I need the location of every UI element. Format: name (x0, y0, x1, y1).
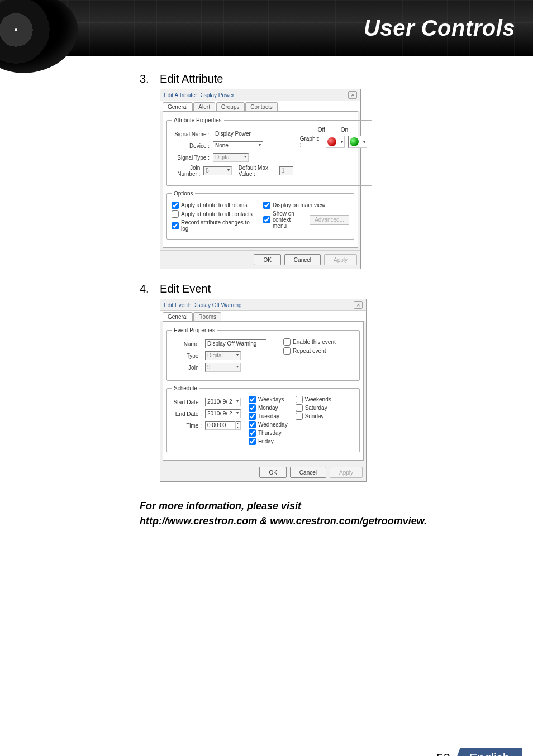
signal-name-input[interactable]: Display Power (213, 130, 263, 138)
name-label: Name : (172, 341, 202, 347)
checkbox[interactable] (249, 404, 256, 412)
chk-weekdays[interactable]: Weekdays (249, 396, 288, 403)
advanced-button[interactable]: Advanced... (310, 215, 349, 225)
opt-all-rooms[interactable]: Apply attribute to all rooms (172, 202, 258, 209)
ok-button[interactable]: OK (254, 254, 280, 265)
ok-button[interactable]: OK (259, 467, 286, 478)
checkbox[interactable] (172, 202, 179, 209)
group-legend: Options (172, 190, 195, 197)
checkbox[interactable] (283, 338, 291, 346)
checkbox[interactable] (296, 413, 303, 420)
start-date-input[interactable]: 2010/ 9/ 2 (205, 398, 241, 406)
graphic-off-select[interactable]: ▾ (326, 136, 345, 148)
footer-note-line2: http://www.crestron.com & www.crestron.c… (140, 514, 511, 529)
green-dot-icon (350, 137, 359, 146)
join-select[interactable]: 9 (205, 363, 241, 372)
chk-friday[interactable]: Friday (249, 438, 288, 445)
graphic-on-select[interactable]: ▾ (348, 136, 367, 148)
signal-type-select[interactable]: Digital (213, 153, 249, 162)
item-number: 3. (140, 73, 152, 85)
opt-display-main[interactable]: Display on main view (263, 202, 349, 209)
dialog-edit-event: Edit Event: Display Off Warning ✕ Genera… (160, 299, 367, 482)
event-properties-group: Event Properties Name : Display Off Warn… (166, 327, 360, 381)
list-item: 4. Edit Event (140, 283, 511, 295)
checkbox[interactable] (172, 210, 179, 218)
graphic-label: Graphic : (300, 136, 322, 148)
page-header: User Controls (0, 0, 533, 56)
options-group: Options Apply attribute to all rooms App… (166, 190, 354, 240)
join-number-select[interactable]: 5 (203, 166, 231, 175)
checkbox[interactable] (249, 429, 256, 437)
time-input[interactable]: 0:00:00 (205, 421, 241, 430)
tab-rooms[interactable]: Rooms (193, 312, 221, 321)
item-heading: Edit Attribute (160, 73, 223, 85)
apply-button[interactable]: Apply (330, 467, 363, 478)
checkbox[interactable] (263, 216, 270, 223)
dialog-title: Edit Attribute: Display Power (164, 92, 234, 98)
group-legend: Attribute Properties (172, 117, 224, 123)
name-input[interactable]: Display Off Warning (205, 339, 266, 348)
device-select[interactable]: None (213, 141, 263, 150)
checkbox[interactable] (283, 347, 291, 355)
tab-groups[interactable]: Groups (216, 102, 245, 111)
end-date-input[interactable]: 2010/ 9/ 2 (205, 409, 241, 418)
checkbox[interactable] (249, 421, 256, 428)
default-max-label: Default Max. Value : (239, 165, 276, 177)
apply-button[interactable]: Apply (324, 254, 357, 265)
chevron-down-icon: ▾ (341, 140, 343, 145)
close-icon[interactable]: ✕ (348, 91, 357, 99)
language-badge: English (453, 748, 522, 756)
chk-weekends[interactable]: Weekends (296, 396, 331, 403)
page-number: 53 (436, 751, 450, 756)
default-max-input[interactable]: 1 (279, 166, 293, 175)
checkbox[interactable] (249, 396, 256, 403)
cancel-button[interactable]: Cancel (284, 254, 321, 265)
off-label: Off (318, 127, 325, 133)
dialog-title: Edit Event: Display Off Warning (164, 302, 242, 308)
tab-alert[interactable]: Alert (193, 102, 215, 111)
chevron-down-icon: ▾ (363, 140, 365, 145)
chk-wednesday[interactable]: Wednesday (249, 421, 288, 428)
attribute-properties-group: Attribute Properties Signal Name : Displ… (166, 117, 372, 186)
checkbox[interactable] (296, 396, 303, 403)
dialog-edit-attribute: Edit Attribute: Display Power ✕ General … (160, 89, 361, 269)
end-date-label: End Date : (172, 411, 202, 417)
checkbox[interactable] (249, 413, 256, 420)
chk-thursday[interactable]: Thursday (249, 429, 288, 437)
red-dot-icon (327, 137, 336, 146)
device-label: Device : (172, 143, 210, 149)
chk-saturday[interactable]: Saturday (296, 404, 331, 412)
checkbox[interactable] (263, 202, 270, 209)
signal-type-label: Signal Type : (172, 155, 210, 161)
footer-note-line1: For more information, please visit (140, 499, 511, 514)
repeat-event[interactable]: Repeat event (283, 347, 336, 355)
list-item: 3. Edit Attribute (140, 73, 511, 85)
item-number: 4. (140, 283, 152, 295)
chk-sunday[interactable]: Sunday (296, 413, 331, 420)
checkbox[interactable] (172, 222, 179, 229)
header-title: User Controls (364, 16, 515, 41)
chk-monday[interactable]: Monday (249, 404, 288, 412)
opt-record-log[interactable]: Record attribute changes to log (172, 219, 258, 232)
cancel-button[interactable]: Cancel (290, 467, 326, 478)
schedule-group: Schedule Start Date : 2010/ 9/ 2 End Dat… (166, 385, 360, 452)
tabs: General Alert Groups Contacts (160, 101, 360, 111)
checkbox[interactable] (249, 438, 256, 445)
tabs: General Rooms (160, 310, 366, 321)
tab-general[interactable]: General (163, 312, 193, 321)
footer-note: For more information, please visit http:… (140, 499, 511, 529)
type-select[interactable]: Digital (205, 351, 241, 360)
tab-general[interactable]: General (163, 102, 193, 111)
enable-event[interactable]: Enable this event (283, 338, 336, 346)
close-icon[interactable]: ✕ (354, 301, 363, 309)
page-footer: 53 English (0, 741, 533, 756)
checkbox[interactable] (296, 404, 303, 412)
tab-contacts[interactable]: Contacts (245, 102, 277, 111)
chk-tuesday[interactable]: Tuesday (249, 413, 288, 420)
on-label: On (341, 127, 348, 133)
join-number-label: Join Number : (172, 165, 200, 177)
type-label: Type : (172, 353, 202, 359)
join-label: Join : (172, 365, 202, 371)
lens-image (0, 0, 84, 81)
opt-all-contacts[interactable]: Apply attribute to all contacts (172, 210, 258, 218)
